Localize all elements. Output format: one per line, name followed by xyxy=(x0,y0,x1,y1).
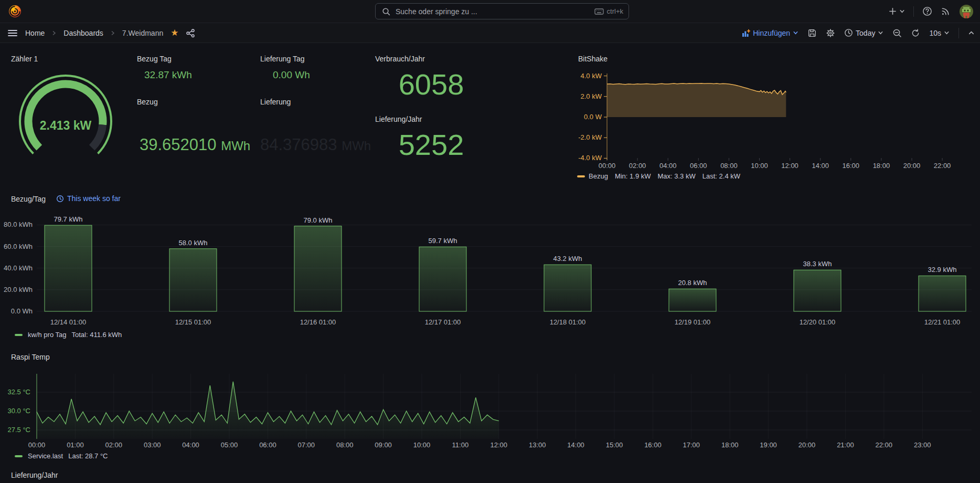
axis-tick-label: 00:00 xyxy=(28,441,46,449)
axis-tick-label: 4.0 kW xyxy=(581,72,602,80)
raspi-temp-legend-last: Last: 28.7 °C xyxy=(68,452,108,460)
breadcrumb: Home Dashboards 7.Weidmann ★ xyxy=(7,23,195,43)
panel-title-lieferung-jahr-bottom[interactable]: Lieferung/Jahr xyxy=(11,471,58,479)
axis-tick-label: 60.0 kWh xyxy=(4,243,33,250)
user-avatar[interactable] xyxy=(959,4,974,19)
panel-title-bezug[interactable]: Bezug xyxy=(137,98,158,106)
bezug-total-value: 39.652010 MWh xyxy=(140,135,250,154)
grafana-logo[interactable] xyxy=(8,4,22,18)
bitshake-legend-series: Bezug xyxy=(589,172,608,180)
dashboard-toolbar: Home Dashboards 7.Weidmann ★ xyxy=(0,23,980,43)
axis-tick-label: 80.0 kWh xyxy=(4,220,33,228)
axis-tick-label: 12/17 01:00 xyxy=(425,318,461,326)
axis-tick-label: 12/20 01:00 xyxy=(800,318,836,326)
breadcrumb-home[interactable]: Home xyxy=(25,29,45,37)
bar xyxy=(169,249,217,311)
zoom-out-time-icon[interactable] xyxy=(892,28,902,38)
bitshake-legend[interactable]: Bezug Min: 1.9 kW Max: 3.3 kW Last: 2.4 … xyxy=(577,172,740,180)
axis-tick-label: -2.0 kW xyxy=(578,133,602,141)
bezug-total-number: 39.652010 xyxy=(140,135,217,154)
panel-title-lieferung-tag[interactable]: Lieferung Tag xyxy=(260,55,305,63)
save-dashboard-icon[interactable] xyxy=(807,28,817,38)
refresh-icon[interactable] xyxy=(911,28,920,38)
menu-hamburger-icon[interactable] xyxy=(7,29,18,37)
axis-tick-label: 38.3 kWh xyxy=(803,260,832,268)
panel-title-bezug-tag[interactable]: Bezug Tag xyxy=(137,55,172,63)
favorite-star-icon[interactable]: ★ xyxy=(171,28,178,37)
axis-tick-label: 17:00 xyxy=(683,441,700,449)
axis-tick-label: 08:00 xyxy=(336,441,354,449)
dashboard-actions: Hinzufügen xyxy=(742,23,975,43)
time-shift-link[interactable]: This week so far xyxy=(56,194,121,203)
axis-tick-label: 12:00 xyxy=(491,441,508,449)
toolbar-divider xyxy=(958,28,959,38)
dashboard-settings-gear-icon[interactable] xyxy=(826,28,835,38)
bar xyxy=(794,270,841,311)
new-button[interactable] xyxy=(889,7,905,15)
axis-tick-label: 12/16 01:00 xyxy=(300,318,336,326)
axis-tick-label: 23:00 xyxy=(914,441,931,449)
news-rss-icon[interactable] xyxy=(941,6,951,16)
bitshake-area xyxy=(607,83,786,117)
raspi-line xyxy=(37,382,499,425)
time-range-label: Today xyxy=(856,29,875,37)
keyboard-icon xyxy=(594,8,604,15)
lieferung-total-value: 84.376983 MWh xyxy=(260,135,371,154)
panel-title-verbrauch-jahr[interactable]: Verbrauch/Jahr xyxy=(375,55,425,63)
axis-tick-label: 21:00 xyxy=(837,441,854,449)
bar xyxy=(919,276,966,311)
panel-title-lieferung-jahr[interactable]: Lieferung/Jahr xyxy=(375,115,422,123)
zaehler1-gauge[interactable]: 2.413 kW xyxy=(16,71,115,160)
global-search[interactable]: ctrl+k xyxy=(375,3,629,19)
gauge-value-arc xyxy=(28,84,103,148)
nav-divider xyxy=(913,6,914,17)
axis-tick-label: 06:00 xyxy=(259,441,276,449)
axis-tick-label: 18:00 xyxy=(721,441,739,449)
breadcrumb-current-dashboard[interactable]: 7.Weidmann xyxy=(122,29,163,37)
axis-tick-label: 12/21 01:00 xyxy=(924,318,961,326)
bezug-pro-tag-legend-total: Total: 411.6 kWh xyxy=(71,331,122,339)
share-icon[interactable] xyxy=(186,28,195,38)
axis-tick-label: 14:00 xyxy=(812,162,829,170)
axis-tick-label: 22:00 xyxy=(934,162,951,170)
axis-tick-label: 18:00 xyxy=(873,162,890,170)
breadcrumb-dashboards[interactable]: Dashboards xyxy=(63,29,103,37)
panel-title-bezug-pro-tag[interactable]: Bezug/Tag xyxy=(11,195,46,203)
axis-tick-label: 08:00 xyxy=(720,162,738,170)
bitshake-legend-min: Min: 1.9 kW xyxy=(615,172,651,180)
axis-tick-label: 12/15 01:00 xyxy=(175,318,211,326)
axis-tick-label: 20.0 kWh xyxy=(4,286,33,293)
axis-tick-label: 27.5 °C xyxy=(7,426,30,434)
grafana-dashboard: ctrl+k xyxy=(0,0,980,483)
breadcrumb-chevron-icon xyxy=(111,30,115,36)
add-panel-button[interactable]: Hinzufügen xyxy=(742,29,798,37)
axis-tick-label: 58.0 kWh xyxy=(179,239,208,247)
bar xyxy=(419,247,466,311)
chevron-down-icon xyxy=(878,30,883,36)
clock-icon xyxy=(844,28,853,37)
collapse-toolbar-chevron-up-icon[interactable] xyxy=(968,29,975,36)
raspi-temp-legend-marker xyxy=(15,455,23,457)
refresh-interval-picker[interactable]: 10s xyxy=(929,29,950,37)
lieferung-tag-value: 0.00 Wh xyxy=(273,69,310,81)
breadcrumb-chevron-icon xyxy=(52,30,56,36)
panel-title-raspi-temp[interactable]: Raspi Temp xyxy=(11,353,50,361)
axis-tick-label: 79.7 kWh xyxy=(54,215,83,223)
panel-title-lieferung[interactable]: Lieferung xyxy=(260,98,291,106)
search-shortcut: ctrl+k xyxy=(594,7,623,15)
raspi-temp-legend[interactable]: Service.last Last: 28.7 °C xyxy=(15,452,108,460)
help-icon[interactable] xyxy=(922,6,932,16)
time-range-picker[interactable]: Today xyxy=(844,28,883,37)
panel-title-bitshake[interactable]: BitShake xyxy=(578,55,608,63)
axis-tick-label: 43.2 kWh xyxy=(553,255,582,262)
axis-tick-label: 09:00 xyxy=(375,441,392,449)
panel-title-zaehler1[interactable]: Zähler 1 xyxy=(11,55,38,63)
raspi-temp-legend-series: Service.last xyxy=(28,452,63,460)
axis-tick-label: 16:00 xyxy=(644,441,662,449)
top-nav-right xyxy=(889,0,974,23)
axis-tick-label: 40.0 kWh xyxy=(4,264,33,272)
search-input[interactable] xyxy=(395,7,590,16)
bezug-pro-tag-legend[interactable]: kw/h pro Tag Total: 411.6 kWh xyxy=(15,331,122,339)
bar xyxy=(294,226,342,311)
axis-tick-label: 19:00 xyxy=(760,441,777,449)
